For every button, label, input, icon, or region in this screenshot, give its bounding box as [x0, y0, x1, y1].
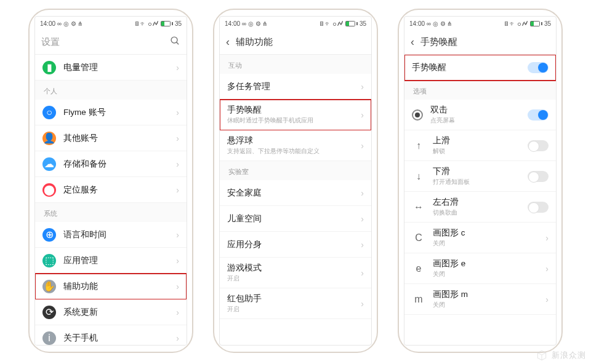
row-accessibility[interactable]: ✋辅助功能›	[35, 274, 187, 299]
phone-3: 14:00∞ ◎ ⚙ ⋔ ⌸ ᯤ ▢ 🗲35 ‹ 手势唤醒 手势唤醒 选项 双击…	[398, 9, 563, 353]
back-icon[interactable]: ‹	[226, 36, 230, 49]
chevron-icon: ›	[361, 141, 364, 151]
row-draw-c[interactable]: C画图形 c关闭›	[404, 223, 556, 253]
row-draw-e[interactable]: e画图形 e关闭›	[404, 253, 556, 284]
person-icon: 👤	[42, 132, 56, 145]
section-options: 选项	[404, 81, 556, 100]
chevron-icon: ›	[176, 256, 179, 266]
page-header: ‹ 辅助功能	[220, 30, 371, 55]
row-storage[interactable]: ☁存储和备份›	[35, 151, 187, 177]
svg-line-1	[177, 42, 179, 45]
chevron-icon: ›	[545, 233, 549, 243]
refresh-icon: ⟳	[42, 306, 56, 319]
phone-2: 14:00∞ ◎ ⚙ ⋔ ⌸ ᯤ ▢ 🗲35 ‹ 辅助功能 互动 多任务管理› …	[213, 9, 378, 353]
toggle-off[interactable]	[528, 202, 549, 213]
flyme-icon: ○	[42, 106, 56, 119]
row-app-clone[interactable]: 应用分身›	[220, 232, 371, 258]
row-other-account[interactable]: 👤其他账号›	[35, 125, 187, 151]
search-icon	[170, 36, 180, 49]
gesture-e-icon: e	[412, 263, 425, 274]
row-flyme[interactable]: ○Flyme 账号›	[35, 100, 187, 125]
row-swipe-up[interactable]: ↑上滑解锁	[404, 130, 556, 161]
chevron-icon: ›	[176, 185, 179, 195]
section-system: 系统	[35, 203, 187, 222]
row-double-tap[interactable]: 双击点亮屏幕	[404, 100, 556, 130]
page-header: ‹ 手势唤醒	[404, 30, 556, 55]
row-floatball[interactable]: 悬浮球支持返回、下拉悬停等功能自定义›	[220, 130, 371, 161]
chevron-icon: ›	[545, 295, 549, 304]
arrow-up-icon: ↑	[412, 140, 425, 151]
row-safe-family[interactable]: 安全家庭›	[220, 180, 371, 206]
row-draw-m[interactable]: m画图形 m关闭›	[404, 284, 556, 315]
chevron-icon: ›	[361, 240, 364, 250]
gesture-m-icon: m	[412, 294, 425, 305]
search-placeholder: 设置	[41, 36, 60, 48]
section-interact: 互动	[220, 55, 371, 74]
row-battery[interactable]: ▮电量管理›	[35, 55, 187, 81]
section-personal: 个人	[35, 81, 187, 100]
chevron-icon: ›	[361, 188, 364, 198]
toggle-on[interactable]	[528, 62, 549, 73]
row-gesture-wake[interactable]: 手势唤醒休眠时通过手势唤醒手机或应用›	[220, 100, 371, 130]
row-game-mode[interactable]: 游戏模式开启›	[220, 258, 371, 288]
chevron-icon: ›	[361, 214, 364, 224]
chevron-icon: ›	[176, 230, 179, 240]
back-icon[interactable]: ‹	[411, 36, 414, 49]
row-apps[interactable]: ⬚应用管理›	[35, 248, 187, 274]
chevron-icon: ›	[361, 82, 364, 92]
status-bar: 14:00∞ ◎ ⚙ ⋔ ⌸ ᯤ ▢ 🗲35	[220, 17, 371, 30]
chevron-icon: ›	[176, 307, 179, 317]
row-language[interactable]: ⊕语言和时间›	[35, 222, 187, 248]
toggle-off[interactable]	[528, 140, 549, 151]
phone-1: 14:00∞ ◎ ⚙ ⋔ ⌸ ᯤ ▢ 🗲35 设置 ▮电量管理› 个人 ○Fly…	[28, 9, 193, 353]
section-lab: 实验室	[220, 161, 371, 180]
chevron-icon: ›	[176, 133, 179, 143]
location-icon: ⬤	[42, 183, 56, 197]
cloud-icon: ☁	[42, 157, 56, 171]
row-location[interactable]: ⬤定位服务›	[35, 177, 187, 203]
chevron-icon: ›	[361, 299, 364, 309]
status-bar: 14:00∞ ◎ ⚙ ⋔ ⌸ ᯤ ▢ 🗲35	[35, 17, 187, 30]
chevron-icon: ›	[545, 264, 549, 274]
row-multitask[interactable]: 多任务管理›	[220, 74, 371, 100]
chevron-icon: ›	[176, 282, 179, 291]
row-gesture-wake-toggle[interactable]: 手势唤醒	[404, 55, 556, 81]
watermark: 新浪众测	[536, 349, 586, 362]
toggle-on[interactable]	[528, 109, 549, 121]
radio-selected[interactable]	[412, 109, 423, 121]
toggle-off[interactable]	[528, 171, 549, 182]
row-redpacket[interactable]: 红包助手开启›	[220, 288, 371, 319]
chevron-icon: ›	[176, 63, 179, 73]
info-icon: i	[42, 331, 56, 345]
search-bar[interactable]: 设置	[35, 30, 187, 55]
chevron-icon: ›	[176, 108, 179, 117]
chevron-icon: ›	[176, 333, 179, 343]
row-update[interactable]: ⟳系统更新›	[35, 299, 187, 325]
gesture-c-icon: C	[412, 232, 425, 243]
chevron-icon: ›	[361, 268, 364, 278]
chevron-icon: ›	[176, 159, 179, 169]
hand-icon: ✋	[42, 280, 56, 293]
battery-icon: ▮	[42, 61, 56, 74]
chevron-icon: ›	[361, 110, 364, 120]
page-title: 辅助功能	[236, 36, 273, 48]
globe-icon: ⊕	[42, 228, 56, 242]
status-bar: 14:00∞ ◎ ⚙ ⋔ ⌸ ᯤ ▢ 🗲35	[404, 17, 556, 30]
row-swipe-lr[interactable]: ↔左右滑切换歌曲	[404, 192, 556, 223]
page-title: 手势唤醒	[420, 36, 457, 48]
row-kids[interactable]: 儿童空间›	[220, 206, 371, 232]
arrow-down-icon: ↓	[412, 171, 425, 182]
row-swipe-down[interactable]: ↓下滑打开通知面板	[404, 161, 556, 192]
row-about[interactable]: i关于手机›	[35, 325, 187, 345]
arrow-lr-icon: ↔	[412, 202, 425, 213]
svg-point-0	[171, 37, 177, 43]
apps-icon: ⬚	[42, 254, 56, 267]
